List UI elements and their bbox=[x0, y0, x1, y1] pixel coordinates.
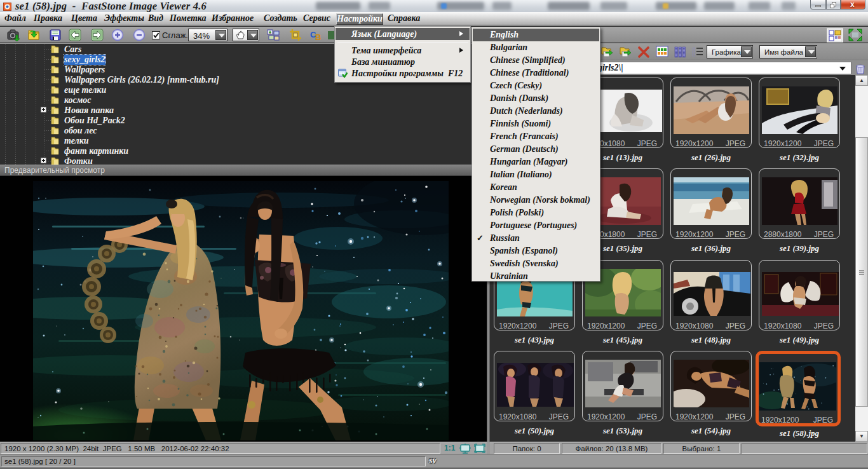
svg-text:B: B bbox=[315, 32, 321, 41]
